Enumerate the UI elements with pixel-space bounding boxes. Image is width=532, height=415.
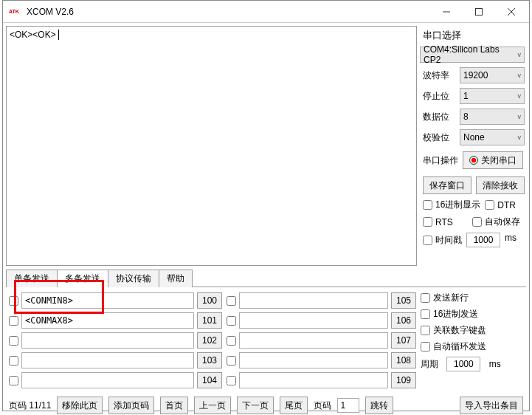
next-page-button[interactable]: 下一页 [237, 397, 274, 414]
hex-send-checkbox[interactable]: 16进制发送 [421, 308, 502, 320]
page-input[interactable] [337, 398, 359, 413]
stop-select[interactable]: 1v [460, 88, 525, 104]
send-text-input[interactable] [21, 372, 194, 388]
row-checkbox[interactable] [227, 316, 236, 326]
parity-select[interactable]: Nonev [460, 129, 525, 145]
hex-display-checkbox[interactable]: 16进制显示 [423, 199, 480, 211]
jump-button[interactable]: 跳转 [365, 397, 393, 414]
row-checkbox[interactable] [9, 336, 18, 346]
send-button-108[interactable]: 108 [391, 352, 416, 368]
tab-help[interactable]: 帮助 [159, 270, 193, 287]
import-export-button[interactable]: 导入导出条目 [460, 397, 523, 414]
timestamp-checkbox[interactable]: 时间戳 [423, 233, 462, 247]
add-page-button[interactable]: 添加页码 [108, 397, 154, 414]
send-text-input[interactable] [21, 332, 194, 349]
send-button-107[interactable]: 107 [391, 332, 416, 349]
page-label: 页码 [314, 399, 331, 412]
send-button-101[interactable]: 101 [197, 312, 222, 329]
svg-rect-1 [476, 8, 483, 15]
save-window-button[interactable]: 保存窗口 [423, 176, 471, 194]
row-checkbox[interactable] [227, 356, 236, 366]
send-button-104[interactable]: 104 [197, 372, 222, 388]
row-checkbox[interactable] [9, 376, 18, 385]
first-page-button[interactable]: 首页 [160, 397, 188, 414]
row-checkbox[interactable] [9, 316, 18, 326]
row-checkbox[interactable] [227, 336, 236, 346]
maximize-button[interactable] [463, 1, 495, 22]
period-label: 周期 [421, 358, 438, 371]
send-text-input[interactable] [21, 352, 194, 368]
send-text-input[interactable] [239, 372, 388, 388]
data-label: 数据位 [423, 111, 455, 123]
send-text-input[interactable] [239, 332, 388, 349]
timestamp-interval[interactable]: 1000 [466, 233, 500, 247]
row-checkbox[interactable] [9, 356, 18, 366]
autosave-checkbox[interactable]: 自动保存 [472, 216, 520, 228]
parity-label: 校验位 [423, 131, 455, 144]
close-button[interactable] [495, 1, 528, 22]
app-logo: ATK [7, 5, 21, 18]
row-checkbox[interactable] [227, 296, 236, 306]
op-label: 串口操作 [423, 154, 458, 167]
send-text-input[interactable] [239, 292, 388, 309]
send-newline-checkbox[interactable]: 发送新行 [421, 292, 502, 304]
send-button-102[interactable]: 102 [197, 332, 222, 349]
minimize-button[interactable] [430, 1, 463, 22]
send-button-109[interactable]: 109 [391, 372, 416, 388]
numpad-checkbox[interactable]: 关联数字键盘 [421, 324, 502, 337]
send-text-input[interactable] [21, 292, 194, 309]
remove-page-button[interactable]: 移除此页 [57, 397, 103, 414]
receive-textarea[interactable]: <OK><OK> [6, 26, 417, 266]
send-button-106[interactable]: 106 [391, 312, 416, 329]
send-text-input[interactable] [21, 312, 194, 329]
tab-multi[interactable]: 多条发送 [57, 270, 108, 287]
send-button-103[interactable]: 103 [197, 352, 222, 368]
send-button-100[interactable]: 100 [197, 292, 222, 309]
period-input[interactable]: 1000 [446, 357, 480, 371]
dtr-checkbox[interactable]: DTR [485, 199, 516, 211]
send-button-105[interactable]: 105 [391, 292, 416, 309]
baud-label: 波特率 [423, 69, 455, 82]
baud-select[interactable]: 19200v [460, 67, 525, 83]
stop-label: 停止位 [423, 90, 455, 103]
serial-select-header: 串口选择 [423, 29, 525, 42]
ms-label: ms [505, 233, 517, 247]
port-combo[interactable]: COM4:Silicon Labs CP2v [420, 47, 525, 63]
loop-send-checkbox[interactable]: 自动循环发送 [421, 340, 502, 353]
last-page-button[interactable]: 尾页 [280, 397, 308, 414]
send-text-input[interactable] [239, 352, 388, 368]
tab-protocol[interactable]: 协议传输 [108, 270, 159, 287]
close-port-button[interactable]: 关闭串口 [463, 151, 523, 169]
prev-page-button[interactable]: 上一页 [194, 397, 231, 414]
row-checkbox[interactable] [9, 296, 18, 306]
rts-checkbox[interactable]: RTS [423, 216, 453, 228]
row-checkbox[interactable] [227, 376, 236, 385]
data-select[interactable]: 8v [460, 109, 525, 125]
clear-rx-button[interactable]: 清除接收 [476, 176, 525, 194]
page-indicator: 页码 11/11 [9, 399, 51, 412]
send-text-input[interactable] [239, 312, 388, 329]
tab-single[interactable]: 单条发送 [6, 270, 58, 287]
window-title: XCOM V2.6 [27, 7, 430, 17]
record-icon [469, 156, 478, 165]
